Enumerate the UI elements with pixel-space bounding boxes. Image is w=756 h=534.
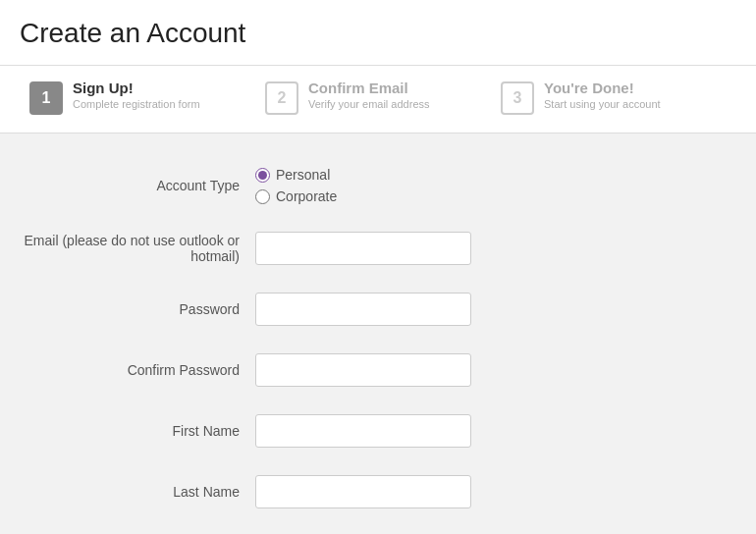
- personal-label: Personal: [276, 167, 330, 183]
- first-name-input[interactable]: [255, 414, 471, 448]
- step-3: 3 You're Done! Start using your account: [501, 80, 736, 115]
- step-2: 2 Confirm Email Verify your email addres…: [265, 80, 501, 115]
- confirm-password-row: Confirm Password: [0, 340, 756, 400]
- confirm-password-label: Confirm Password: [20, 362, 255, 378]
- email-row: Email (please do not use outlook or hotm…: [0, 218, 756, 279]
- step-2-title: Confirm Email: [308, 80, 430, 96]
- password-label: Password: [20, 301, 255, 317]
- corporate-radio[interactable]: [255, 189, 270, 204]
- step-2-subtitle: Verify your email address: [308, 98, 430, 110]
- corporate-label: Corporate: [276, 188, 337, 204]
- step-1-badge: 1: [29, 81, 63, 115]
- last-name-row: Last Name: [0, 461, 756, 522]
- step-1-text: Sign Up! Complete registration form: [73, 80, 200, 110]
- step-3-subtitle: Start using your account: [544, 98, 661, 110]
- last-name-input[interactable]: [255, 475, 471, 508]
- step-2-text: Confirm Email Verify your email address: [308, 80, 430, 110]
- step-3-badge: 3: [501, 81, 534, 115]
- email-input[interactable]: [255, 232, 471, 265]
- step-3-title: You're Done!: [544, 80, 661, 96]
- account-type-options: Personal Corporate: [255, 167, 471, 204]
- last-name-label: Last Name: [20, 484, 255, 500]
- first-name-label: First Name: [20, 423, 255, 439]
- stepper: 1 Sign Up! Complete registration form 2 …: [0, 66, 756, 134]
- email-label: Email (please do not use outlook or hotm…: [20, 233, 255, 264]
- step-1-title: Sign Up!: [73, 80, 200, 96]
- confirm-password-input[interactable]: [255, 353, 471, 387]
- step-2-badge: 2: [265, 81, 298, 115]
- step-1-subtitle: Complete registration form: [73, 98, 200, 110]
- corporate-radio-label[interactable]: Corporate: [255, 188, 471, 204]
- account-type-label: Account Type: [20, 178, 255, 193]
- first-name-row: First Name: [0, 400, 756, 461]
- step-1: 1 Sign Up! Complete registration form: [29, 80, 265, 115]
- account-type-row: Account Type Personal Corporate: [0, 153, 756, 218]
- step-3-text: You're Done! Start using your account: [544, 80, 661, 110]
- registration-form: Account Type Personal Corporate Email (p…: [0, 134, 756, 534]
- password-row: Password: [0, 279, 756, 340]
- password-input[interactable]: [255, 293, 471, 326]
- personal-radio-label[interactable]: Personal: [255, 167, 471, 183]
- page-title: Create an Account: [0, 0, 756, 65]
- personal-radio[interactable]: [255, 168, 270, 183]
